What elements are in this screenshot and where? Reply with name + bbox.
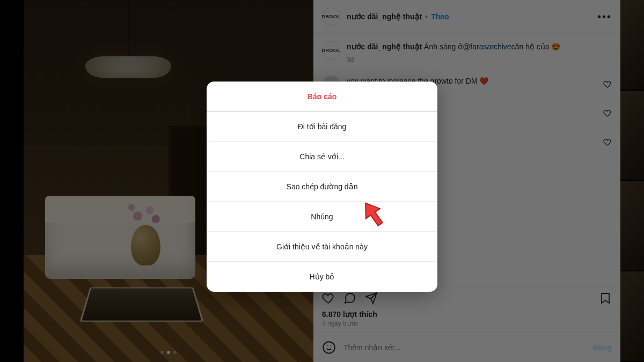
option-about-account[interactable]: Giới thiệu về tài khoản này: [207, 232, 437, 262]
option-cancel[interactable]: Hủy bỏ: [207, 262, 437, 292]
option-go-to-post[interactable]: Đi tới bài đăng: [207, 112, 437, 142]
option-copy-link[interactable]: Sao chép đường dẫn: [207, 172, 437, 202]
option-embed[interactable]: Nhúng: [207, 202, 437, 232]
options-dialog: Báo cáo Đi tới bài đăng Chia sẻ với... S…: [207, 82, 437, 292]
option-report[interactable]: Báo cáo: [207, 82, 437, 112]
viewport: DROOL nước dãi_nghệ thuật • Theo ••• DRO…: [0, 0, 644, 362]
option-share-to[interactable]: Chia sẻ với...: [207, 142, 437, 172]
